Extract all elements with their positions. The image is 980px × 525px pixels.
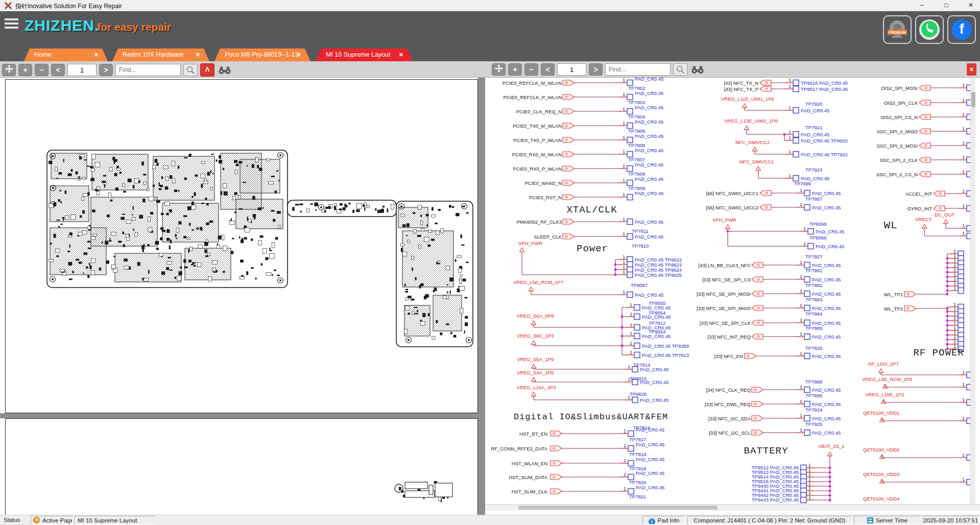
tab-home[interactable]: Home✕ (24, 49, 108, 61)
test-pad[interactable] (627, 180, 633, 186)
next-page-button[interactable]: > (589, 63, 603, 76)
test-pad[interactable] (808, 244, 814, 249)
test-pad[interactable] (804, 387, 810, 393)
minimize-icon[interactable]: – (914, 0, 929, 11)
test-pad[interactable] (627, 94, 633, 100)
find-input[interactable] (115, 64, 181, 76)
tab-close-icon[interactable]: ✕ (297, 49, 301, 61)
test-pad[interactable] (804, 291, 810, 297)
test-pad[interactable] (804, 430, 810, 436)
test-pad[interactable] (627, 272, 633, 278)
zoom-in-button[interactable]: + (18, 64, 32, 76)
small-component (239, 208, 243, 209)
next-page-button[interactable]: > (99, 64, 113, 76)
test-pad[interactable] (627, 123, 633, 129)
test-pad[interactable] (632, 397, 638, 403)
test-pad[interactable] (627, 292, 633, 298)
test-pad[interactable] (628, 431, 634, 437)
schematic-pane[interactable]: PCIE0_REFCLK_M_WLAN1PAD_CR0.45TP7802PCIE… (485, 78, 980, 515)
test-pad[interactable] (634, 352, 640, 358)
test-pad[interactable] (628, 446, 634, 451)
search-button[interactable] (673, 63, 687, 76)
test-pad[interactable] (627, 109, 633, 114)
zoom-in-button[interactable]: + (508, 63, 522, 76)
test-pad[interactable] (808, 229, 814, 234)
test-pad[interactable] (634, 343, 640, 349)
board-layout-pane[interactable] (0, 78, 478, 515)
search-button[interactable] (183, 64, 198, 76)
test-pad[interactable] (804, 205, 810, 210)
test-pad[interactable] (793, 80, 799, 86)
small-component (295, 204, 299, 205)
test-pad[interactable] (634, 305, 640, 311)
close-icon[interactable]: ✕ (963, 0, 978, 11)
test-pad[interactable] (804, 401, 810, 407)
pane-divider[interactable] (478, 78, 485, 515)
test-pad[interactable] (627, 234, 633, 240)
tab-close-icon[interactable]: ✕ (94, 49, 99, 61)
test-pad[interactable] (627, 80, 633, 86)
small-component (87, 165, 89, 166)
binoculars-button[interactable] (217, 64, 232, 76)
test-pad[interactable] (804, 305, 810, 311)
test-pad[interactable] (804, 277, 810, 282)
test-pad[interactable] (804, 320, 810, 326)
tab-poco-m6-pro-88019-1-12[interactable]: Poco M6 Pro-88019--1-12✕ (214, 49, 310, 61)
page-number-input[interactable] (67, 64, 97, 76)
page-number-input[interactable] (557, 63, 586, 76)
facebook-button[interactable]: f (947, 15, 976, 44)
small-component (420, 322, 425, 325)
test-pad[interactable] (793, 108, 799, 113)
test-pad[interactable] (628, 489, 634, 494)
pan-tool-button[interactable] (2, 64, 16, 76)
test-pad[interactable] (627, 195, 633, 200)
test-pad[interactable] (628, 474, 634, 480)
tab-mi-10-supreme-layout[interactable]: MI 10 Supreme Layout✕ (316, 49, 413, 61)
test-pad[interactable] (958, 288, 964, 294)
premium-member-button[interactable]: PREMIUM MEMBER (883, 15, 912, 44)
small-component (262, 207, 264, 209)
test-pad[interactable] (628, 461, 634, 466)
test-pad[interactable] (801, 497, 806, 503)
pan-tool-button[interactable] (492, 63, 506, 76)
test-pad[interactable] (793, 176, 799, 181)
hamburger-menu-icon[interactable] (5, 18, 18, 30)
find-input[interactable] (605, 63, 671, 76)
test-pad[interactable] (793, 138, 799, 144)
vertical-scrollbar[interactable] (970, 78, 975, 504)
whatsapp-button[interactable] (915, 15, 944, 44)
scrollbar-thumb[interactable] (971, 92, 975, 107)
test-pad[interactable] (804, 190, 810, 196)
test-pad[interactable] (627, 137, 633, 143)
horizontal-scrollbar[interactable] (485, 504, 980, 511)
binoculars-button[interactable] (690, 63, 705, 76)
test-pad[interactable] (793, 152, 799, 157)
zoom-out-button[interactable]: − (524, 63, 538, 76)
zoom-out-button[interactable]: − (35, 64, 49, 76)
panel-close-button[interactable]: ✕ (967, 63, 976, 76)
test-pad[interactable] (627, 166, 633, 172)
test-pad[interactable] (634, 314, 640, 320)
maximize-icon[interactable]: □ (939, 0, 954, 11)
small-component (415, 277, 416, 280)
small-component (170, 175, 172, 179)
test-pad[interactable] (634, 333, 640, 339)
test-pad[interactable] (804, 334, 810, 340)
small-component (447, 291, 448, 293)
small-component (420, 283, 423, 287)
test-pad[interactable] (793, 86, 799, 92)
pdf-export-button[interactable]: Λ (200, 63, 214, 77)
prev-page-button[interactable]: < (51, 64, 65, 76)
test-pad[interactable] (804, 416, 810, 421)
test-pad[interactable] (627, 152, 633, 157)
tab-close-icon[interactable]: ✕ (399, 49, 403, 61)
test-pad[interactable] (804, 353, 810, 359)
tab-redmi-10x-hardware[interactable]: Redmi 10X Hardware✕ (112, 49, 209, 61)
test-pad[interactable] (804, 262, 810, 268)
scrollbar-thumb[interactable] (518, 506, 718, 510)
test-pad[interactable] (634, 325, 640, 330)
prev-page-button[interactable]: < (541, 63, 555, 76)
test-pad[interactable] (627, 219, 633, 225)
test-pad[interactable] (793, 132, 799, 137)
tab-close-icon[interactable]: ✕ (196, 49, 200, 61)
